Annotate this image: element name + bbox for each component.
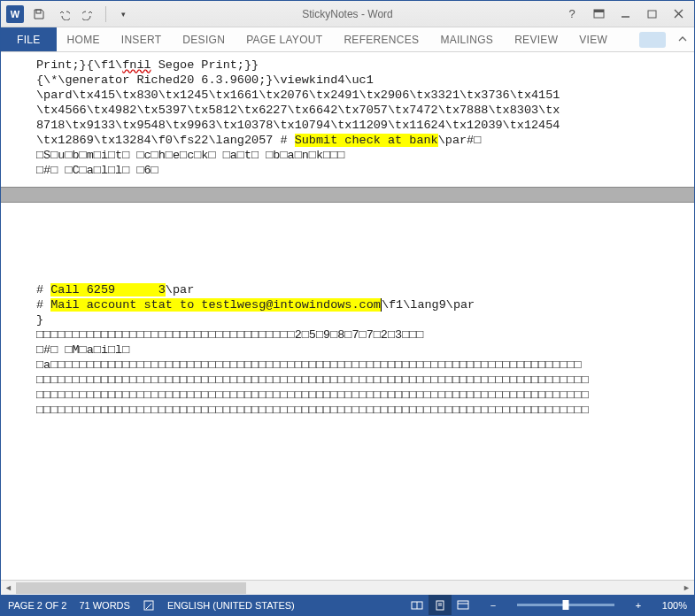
proofing-icon (143, 599, 155, 612)
tab-page-layout[interactable]: PAGE LAYOUT (236, 27, 333, 51)
tab-references[interactable]: REFERENCES (333, 27, 429, 51)
collapse-ribbon-icon[interactable] (671, 27, 694, 51)
pages-scroll[interactable]: Print;}{\f1\fnil Segoe Print;}} {\*\gene… (1, 52, 694, 580)
ribbon-display-icon[interactable] (586, 5, 611, 23)
view-print-icon[interactable] (429, 595, 452, 615)
view-buttons (405, 595, 475, 615)
highlight-submit-check: Submit check at bank (295, 134, 438, 147)
tab-home[interactable]: HOME (57, 27, 111, 51)
undo-icon[interactable] (54, 4, 73, 24)
close-icon[interactable] (666, 5, 691, 23)
scroll-track[interactable] (16, 581, 679, 595)
scroll-right-icon[interactable]: ► (679, 581, 694, 595)
quick-access-toolbar: W ▾ (1, 4, 133, 24)
page-gap (1, 187, 694, 203)
user-avatar-icon (639, 32, 666, 48)
status-page[interactable]: PAGE 2 OF 2 (8, 600, 66, 611)
svg-rect-0 (36, 10, 41, 13)
scroll-thumb[interactable] (16, 582, 246, 594)
status-language[interactable]: ENGLISH (UNITED STATES) (167, 600, 295, 611)
svg-rect-2 (594, 10, 604, 12)
status-words[interactable]: 71 WORDS (79, 600, 129, 611)
scroll-left-icon[interactable]: ◄ (1, 581, 16, 595)
tab-view[interactable]: VIEW (568, 27, 618, 51)
page-2[interactable]: # Call 6259 3\par # Mail account stat to… (1, 203, 694, 427)
page-1[interactable]: Print;}{\f1\fnil Segoe Print;}} {\*\gene… (1, 52, 694, 187)
tab-design[interactable]: DESIGN (172, 27, 236, 51)
redo-icon[interactable] (79, 4, 98, 24)
qat-separator (105, 6, 106, 22)
zoom-slider[interactable] (517, 604, 614, 606)
account-area[interactable] (634, 27, 671, 51)
maximize-icon[interactable] (639, 5, 664, 23)
tab-insert[interactable]: INSERT (111, 27, 173, 51)
status-bar: PAGE 2 OF 2 71 WORDS ENGLISH (UNITED STA… (1, 595, 694, 615)
view-read-icon[interactable] (405, 595, 429, 615)
highlight-mail: Mail account stat to testlwesg@intowindo… (50, 298, 381, 312)
ribbon-tabs: FILE HOME INSERT DESIGN PAGE LAYOUT REFE… (1, 27, 694, 52)
minimize-icon[interactable] (613, 5, 637, 23)
qat-customize-icon[interactable]: ▾ (113, 4, 133, 24)
tab-review[interactable]: REVIEW (504, 27, 568, 51)
save-icon[interactable] (29, 4, 49, 24)
svg-rect-4 (648, 11, 656, 18)
window-controls: ? (560, 5, 694, 23)
title-bar: W ▾ StickyNotes - Word ? (1, 1, 694, 27)
status-proofing[interactable] (143, 599, 155, 612)
horizontal-scrollbar[interactable]: ◄ ► (1, 580, 694, 595)
zoom-level[interactable]: 100% (662, 600, 687, 611)
zoom-in-button[interactable]: + (632, 600, 645, 611)
help-icon[interactable]: ? (560, 5, 584, 23)
document-area: Print;}{\f1\fnil Segoe Print;}} {\*\gene… (1, 52, 694, 595)
view-web-icon[interactable] (452, 595, 475, 615)
tab-mailings[interactable]: MAILINGS (429, 27, 504, 51)
svg-rect-14 (458, 601, 468, 609)
zoom-out-button[interactable]: − (487, 600, 499, 611)
svg-line-8 (146, 604, 151, 609)
zoom-slider-handle[interactable] (562, 600, 568, 610)
word-app-icon[interactable]: W (6, 5, 24, 23)
svg-rect-7 (144, 601, 153, 610)
tab-file[interactable]: FILE (1, 27, 57, 51)
highlight-call: Call 6259 3 (50, 283, 166, 296)
